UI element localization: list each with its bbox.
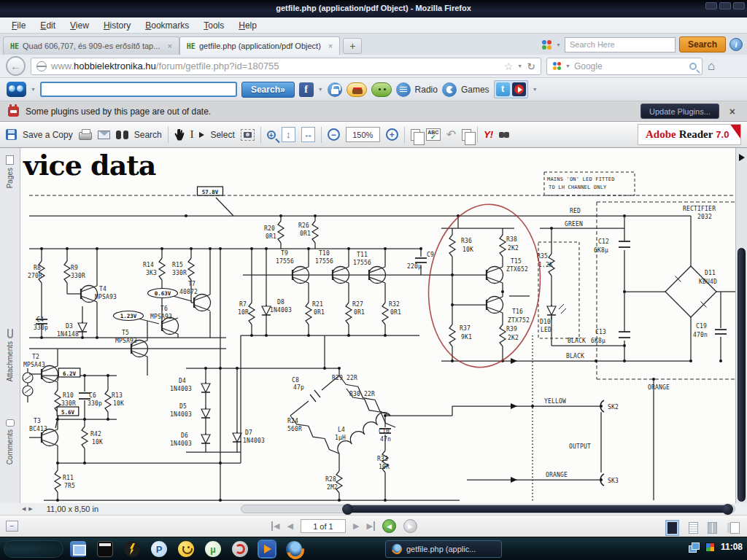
- video-player-icon[interactable]: [259, 541, 275, 557]
- chevron-down-icon[interactable]: ▼: [318, 87, 323, 92]
- start-emblem[interactable]: [4, 540, 63, 558]
- undo-icon[interactable]: ↶: [446, 128, 456, 141]
- notification-close-icon[interactable]: ×: [729, 106, 735, 117]
- birthday-cake-icon[interactable]: [347, 82, 367, 97]
- window-app-icon[interactable]: [70, 541, 86, 557]
- previous-page-button[interactable]: ◀: [287, 521, 293, 531]
- horizontal-scroll-thumb[interactable]: [344, 505, 732, 513]
- maximize-button[interactable]: [719, 2, 731, 9]
- new-tab-button[interactable]: +: [343, 38, 362, 54]
- widget-search-input[interactable]: [565, 37, 676, 52]
- radio-label[interactable]: Radio: [415, 85, 438, 95]
- network-tray-icon[interactable]: [689, 542, 700, 552]
- utorrent-icon[interactable]: µ: [205, 541, 221, 557]
- zoom-out-button[interactable]: −: [328, 128, 340, 141]
- twitter-icon[interactable]: t: [496, 82, 510, 96]
- fit-page-icon[interactable]: ↕: [282, 127, 295, 142]
- search-engine-field[interactable]: ▼ Google: [546, 58, 703, 75]
- export-pages-icon[interactable]: [411, 129, 420, 141]
- widget-search-button[interactable]: Search: [679, 36, 726, 52]
- media-player-icon[interactable]: [97, 541, 113, 557]
- page-indicator[interactable]: 1 of 1: [301, 519, 346, 533]
- zoom-in-button[interactable]: +: [386, 128, 398, 141]
- search-magnifier-icon[interactable]: [689, 63, 697, 70]
- close-button[interactable]: [733, 2, 745, 9]
- binoculars-search-icon[interactable]: [116, 131, 128, 139]
- vertical-scroll-thumb[interactable]: [738, 248, 746, 502]
- toolbar-search-button[interactable]: Search»: [241, 82, 295, 98]
- web-search-logo-icon[interactable]: [7, 82, 26, 97]
- first-page-button[interactable]: ◀: [271, 521, 279, 531]
- url-dropdown-icon[interactable]: ▼: [517, 63, 522, 69]
- task-button-firefox[interactable]: getfile.php (applic...: [385, 540, 502, 558]
- snapshot-camera-icon[interactable]: [241, 129, 255, 141]
- winamp-lightning-icon[interactable]: [124, 541, 140, 557]
- search-provider-icon[interactable]: [541, 39, 552, 50]
- menu-history[interactable]: History: [96, 19, 138, 32]
- tab-pdf-object[interactable]: HE getfile.php (application/pdf Object) …: [179, 36, 340, 55]
- video-play-icon[interactable]: [512, 82, 526, 96]
- scroll-knob[interactable]: [722, 504, 733, 515]
- continuous-facing-view-button[interactable]: [708, 522, 717, 534]
- yahoo-icon[interactable]: Y!: [484, 129, 493, 140]
- next-view-button[interactable]: ▶: [403, 519, 417, 533]
- scroll-knob[interactable]: [342, 504, 353, 515]
- menu-edit[interactable]: Edit: [33, 19, 63, 32]
- horizontal-scrollbar[interactable]: [241, 505, 735, 513]
- info-icon[interactable]: i: [729, 38, 743, 51]
- vertical-scrollbar[interactable]: [735, 148, 747, 503]
- text-select-ibeam-icon[interactable]: I: [190, 129, 194, 141]
- back-button[interactable]: ←: [6, 56, 26, 76]
- reader-search-label[interactable]: Search: [134, 130, 162, 140]
- single-page-view-button[interactable]: [665, 520, 679, 536]
- facing-view-button[interactable]: [730, 522, 740, 534]
- splitter-icon[interactable]: ◀ ▶: [22, 506, 34, 512]
- chevron-down-icon[interactable]: ▼: [31, 87, 36, 92]
- engine-dropdown-icon[interactable]: ▼: [565, 63, 570, 69]
- print-icon[interactable]: [79, 132, 92, 140]
- sidebar-tab-pages[interactable]: Pages: [0, 155, 20, 188]
- url-field[interactable]: www.hobbielektronika.hu/forum/getfile.ph…: [31, 58, 541, 75]
- menu-bookmarks[interactable]: Bookmarks: [138, 19, 196, 32]
- save-icon[interactable]: [6, 129, 17, 140]
- google-logo-icon[interactable]: [552, 61, 562, 71]
- toolbar-search-input[interactable]: [40, 82, 237, 97]
- sidebar-tab-comments[interactable]: Comments: [0, 419, 20, 464]
- previous-view-button[interactable]: ◀: [382, 519, 396, 533]
- radio-icon[interactable]: [396, 82, 411, 97]
- home-icon[interactable]: ⌂: [708, 59, 715, 74]
- chevron-down-icon[interactable]: ▼: [556, 42, 561, 47]
- next-page-button[interactable]: ▶: [353, 521, 359, 531]
- zoom-level-value[interactable]: 150%: [346, 127, 380, 142]
- menu-tools[interactable]: Tools: [196, 19, 231, 32]
- menu-help[interactable]: Help: [231, 19, 264, 32]
- fit-width-icon[interactable]: ↔: [301, 127, 315, 142]
- games-icon[interactable]: [442, 82, 457, 97]
- bookmark-star-icon[interactable]: ☆: [504, 61, 514, 72]
- hand-tool-icon[interactable]: [174, 129, 185, 141]
- update-plugins-button[interactable]: Update Plugins...: [640, 104, 719, 119]
- email-icon[interactable]: [98, 131, 110, 139]
- select-tool-label[interactable]: Select: [210, 130, 234, 140]
- continuous-view-button[interactable]: [689, 522, 698, 534]
- sidebar-tab-attachments[interactable]: Attachments: [0, 329, 20, 382]
- antivirus-tray-icon[interactable]: [705, 542, 715, 552]
- last-page-button[interactable]: ▶: [366, 521, 374, 531]
- menu-view[interactable]: View: [63, 19, 96, 32]
- collapse-toolbar-button[interactable]: −: [6, 521, 18, 532]
- chevron-down-icon[interactable]: ▼: [533, 87, 538, 92]
- yahoo-smiley-icon[interactable]: [178, 541, 194, 557]
- facebook-icon[interactable]: f: [299, 82, 314, 97]
- firefox-icon[interactable]: [286, 541, 302, 557]
- spellcheck-abc-icon[interactable]: ABC: [426, 128, 441, 141]
- messenger-icon[interactable]: P: [151, 541, 167, 557]
- minimize-button[interactable]: [705, 2, 717, 9]
- reload-icon[interactable]: ↻: [527, 61, 535, 72]
- menu-file[interactable]: File: [4, 19, 33, 32]
- smiley-apps-icon[interactable]: [371, 82, 392, 97]
- copy-pages-icon[interactable]: [462, 129, 471, 141]
- next-page-arrow-icon[interactable]: [739, 154, 745, 161]
- privacy-lock-icon[interactable]: [328, 82, 342, 97]
- pdf-page[interactable]: 57.8V6.2V5.6V0.63V1.23VR8270RR9330RR143K…: [20, 148, 735, 503]
- tab-close-icon[interactable]: ×: [167, 42, 171, 50]
